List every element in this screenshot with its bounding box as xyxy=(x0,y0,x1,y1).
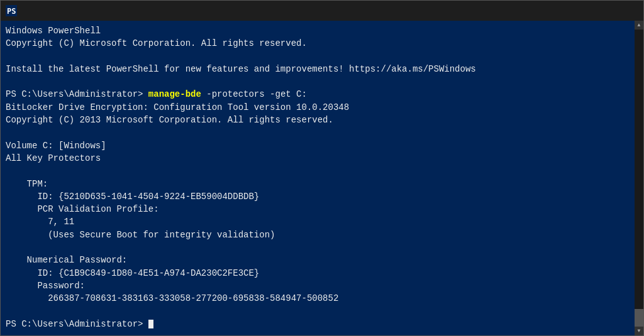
terminal-line: TPM: xyxy=(6,178,638,190)
maximize-button[interactable] xyxy=(580,1,609,21)
terminal-empty-line xyxy=(6,305,638,318)
app-icon: PS xyxy=(6,5,17,16)
terminal-line: Password: xyxy=(6,279,638,292)
active-prompt: PS C:\Users\Administrator> xyxy=(6,319,148,329)
title-bar: PS xyxy=(1,1,643,21)
terminal-line: ID: {C1B9C849-1D80-4E51-A974-DA230C2FE3C… xyxy=(6,267,638,279)
terminal-line: PCR Validation Profile: xyxy=(6,203,638,215)
window-controls xyxy=(552,1,638,21)
scrollbar[interactable]: ▲ ▼ xyxy=(635,21,643,335)
terminal-empty-line xyxy=(6,126,638,139)
terminal-line: Volume C: [Windows] xyxy=(6,139,638,152)
terminal-empty-line xyxy=(6,50,638,63)
terminal-line: (Uses Secure Boot for integrity validati… xyxy=(6,229,638,241)
terminal-line: All Key Protectors xyxy=(6,152,638,165)
terminal-command-line: PS C:\Users\Administrator> manage-bde -p… xyxy=(6,88,638,100)
close-button[interactable] xyxy=(609,1,638,21)
command-name: manage-bde xyxy=(148,89,201,99)
terminal-line: BitLocker Drive Encryption: Configuratio… xyxy=(6,101,638,114)
terminal-line: ID: {5210D635-1041-4504-9224-EB59004DDBD… xyxy=(6,190,638,203)
terminal-line: Copyright (C) Microsoft Corporation. All… xyxy=(6,37,638,50)
scroll-thumb[interactable] xyxy=(635,309,643,328)
powershell-window: PS Windows PowerShellCopyright (C) Micro… xyxy=(0,0,644,336)
terminal-empty-line xyxy=(6,165,638,177)
terminal-line: Copyright (C) 2013 Microsoft Corporation… xyxy=(6,114,638,126)
cursor xyxy=(148,320,153,328)
terminal-prompt-line: PS C:\Users\Administrator> xyxy=(6,318,638,330)
terminal-line: Numerical Password: xyxy=(6,254,638,266)
minimize-button[interactable] xyxy=(552,1,580,21)
scroll-down-arrow[interactable]: ▼ xyxy=(635,327,643,335)
terminal-body[interactable]: Windows PowerShellCopyright (C) Microsof… xyxy=(1,21,643,335)
terminal-line: Windows PowerShell xyxy=(6,24,638,37)
terminal-line: 266387-708631-383163-333058-277200-69583… xyxy=(6,292,638,305)
command-prompt: PS C:\Users\Administrator> xyxy=(6,89,148,99)
command-args: -protectors -get C: xyxy=(201,89,307,99)
terminal-content: Windows PowerShellCopyright (C) Microsof… xyxy=(6,24,638,330)
svg-text:PS: PS xyxy=(7,7,16,16)
scroll-up-arrow[interactable]: ▲ xyxy=(635,21,643,30)
terminal-line: Install the latest PowerShell for new fe… xyxy=(6,63,638,75)
terminal-empty-line xyxy=(6,75,638,88)
terminal-empty-line xyxy=(6,241,638,254)
terminal-line: 7, 11 xyxy=(6,215,638,228)
